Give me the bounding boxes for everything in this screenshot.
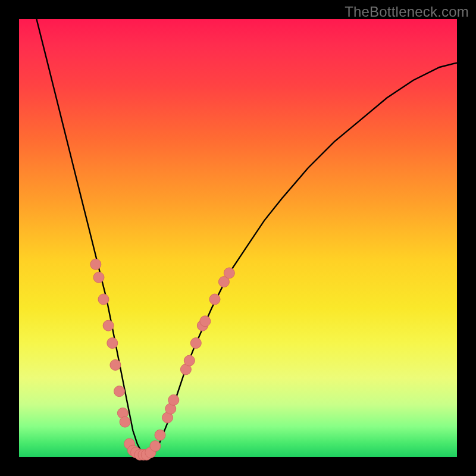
chart-frame: TheBottleneck.com [0, 0, 476, 476]
marker-group [90, 259, 234, 460]
data-marker [110, 359, 121, 370]
watermark-text: TheBottleneck.com [345, 4, 469, 20]
data-marker [90, 259, 101, 270]
data-marker [103, 320, 114, 331]
data-marker [114, 386, 125, 397]
data-marker [200, 316, 211, 327]
data-marker [209, 294, 220, 305]
data-marker [107, 338, 118, 349]
data-marker [98, 294, 109, 305]
data-marker [190, 338, 201, 349]
data-marker [184, 355, 195, 366]
bottleneck-curve [36, 19, 457, 457]
data-marker [150, 441, 161, 452]
data-marker [120, 416, 130, 427]
data-marker [224, 268, 234, 278]
data-marker [155, 430, 165, 440]
data-marker [93, 272, 104, 283]
plot-area [19, 19, 457, 457]
data-marker [168, 394, 179, 405]
chart-svg [19, 19, 457, 457]
